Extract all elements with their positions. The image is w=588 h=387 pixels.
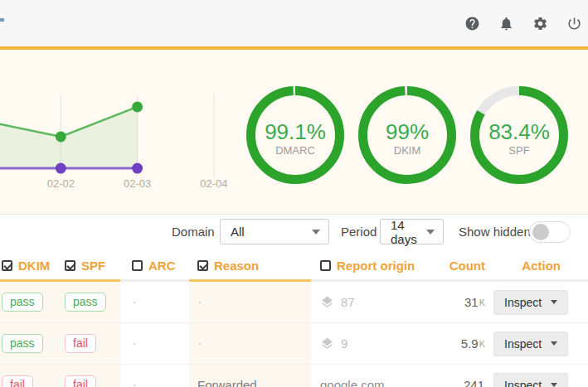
dkim-checkbox[interactable] (2, 260, 12, 271)
count-cell: 5.9 K (430, 323, 493, 364)
column-header-dkim: DKIM (0, 249, 60, 282)
table-row: fail fail · Forwarded google.com 241 Ins… (0, 365, 588, 387)
donut-value: 83.4% (488, 119, 550, 144)
top-bar (0, 0, 588, 46)
layers-icon (320, 295, 334, 309)
toggle-knob (532, 224, 549, 240)
power-icon[interactable] (566, 16, 582, 31)
count-cell: 241 (430, 365, 493, 387)
reason-value: Forwarded (197, 378, 257, 387)
empty-placeholder: · (132, 335, 137, 352)
domain-select[interactable]: All (220, 219, 329, 244)
column-header-action: Action (493, 249, 588, 282)
svg-text:02-02: 02-02 (47, 177, 75, 190)
arc-checkbox[interactable] (132, 260, 143, 271)
period-select[interactable]: 14 days (380, 219, 444, 244)
donut-label: DKIM (394, 144, 421, 157)
action-cell: Inspect (493, 365, 588, 387)
reason-cell: · (189, 323, 311, 364)
inspect-button-label: Inspect (504, 337, 542, 351)
period-label: Period (341, 215, 377, 249)
column-label: Action (522, 259, 561, 273)
donut-label: DMARC (275, 144, 315, 157)
report-origin-checkbox[interactable] (320, 260, 331, 271)
column-label: ARC (148, 259, 176, 273)
donut-dmarc: 99.1% DMARC (246, 86, 344, 184)
logo-fragment (0, 18, 4, 22)
column-header-arc: ARC (120, 249, 189, 282)
spf-status-badge: fail (65, 334, 96, 353)
column-header-reason: Reason (189, 249, 311, 282)
summary-section: 02-0202-0302-04 99.1% DMARC 99% DKIM 83.… (0, 50, 588, 214)
donut-value: 99% (386, 119, 429, 144)
reason-cell: · (189, 282, 311, 322)
report-origin-cell: 87 (311, 282, 430, 322)
count-value: 31 (464, 295, 479, 309)
column-label: SPF (81, 259, 105, 273)
chevron-down-icon (551, 341, 557, 346)
donut-dkim: 99% DKIM (358, 86, 456, 184)
table-header: DKIM SPF ARC Reason Report origin Count … (0, 249, 588, 282)
chevron-down-icon (426, 230, 435, 235)
dmarc-dashboard: 02-0202-0302-04 99.1% DMARC 99% DKIM 83.… (0, 0, 588, 387)
spf-status-badge: pass (65, 293, 106, 312)
reason-value: · (197, 293, 202, 311)
table-row: pass pass · · 87 31 K Inspect (0, 282, 588, 323)
notifications-icon[interactable] (498, 16, 514, 31)
chevron-down-icon (312, 230, 320, 235)
column-label: Report origin (337, 259, 415, 273)
dkim-status-badge: fail (2, 375, 33, 387)
column-header-report-origin: Report origin (311, 249, 430, 282)
table-row: pass fail · · 9 5.9 K Inspect (0, 323, 588, 365)
count-cell: 31 K (430, 282, 493, 322)
origin-domain: google.com (320, 378, 385, 387)
count-suffix: K (479, 339, 485, 349)
spf-cell: fail (60, 365, 120, 387)
donut-spf: 83.4% SPF (470, 86, 568, 184)
column-label: DKIM (18, 259, 50, 273)
reason-value: · (197, 335, 202, 352)
table-body: pass pass · · 87 31 K Inspect (0, 282, 588, 387)
column-label: Reason (214, 259, 259, 273)
count-value: 241 (464, 378, 484, 387)
filter-bar: Domain All Period 14 days Show hidden (0, 214, 588, 249)
spf-cell: fail (60, 323, 120, 364)
trend-chart: 02-0202-0302-04 (0, 50, 241, 214)
dkim-status-badge: pass (2, 293, 43, 312)
donut-group: 99.1% DMARC 99% DKIM 83.4% SPF (246, 86, 568, 184)
spf-checkbox[interactable] (65, 260, 75, 271)
spf-cell: pass (60, 282, 120, 322)
origin-count: 9 (341, 336, 347, 351)
show-hidden-toggle[interactable] (529, 221, 571, 243)
empty-placeholder: · (132, 293, 137, 311)
action-cell: Inspect (493, 323, 588, 364)
help-icon[interactable] (464, 16, 480, 31)
dkim-cell: pass (0, 323, 60, 364)
dkim-cell: fail (0, 365, 60, 387)
settings-icon[interactable] (532, 16, 548, 31)
chevron-down-icon (551, 383, 557, 387)
report-origin-cell: google.com (311, 365, 430, 387)
svg-text:02-03: 02-03 (124, 177, 151, 190)
reason-checkbox[interactable] (197, 260, 208, 271)
column-header-spf: SPF (60, 249, 120, 282)
inspect-button[interactable]: Inspect (493, 331, 568, 356)
inspect-button-label: Inspect (504, 296, 542, 309)
svg-text:02-04: 02-04 (200, 177, 227, 190)
inspect-button[interactable]: Inspect (493, 290, 568, 315)
arc-cell: · (120, 365, 189, 387)
spf-status-badge: fail (65, 375, 96, 387)
arc-cell: · (120, 323, 189, 364)
count-suffix: K (479, 298, 485, 307)
dkim-status-badge: pass (2, 334, 43, 353)
donut-label: SPF (508, 144, 529, 157)
show-hidden-label: Show hidden (459, 215, 531, 249)
reason-cell: Forwarded (189, 365, 311, 387)
report-origin-cell: 9 (311, 323, 430, 364)
period-select-value: 14 days (391, 218, 426, 246)
action-cell: Inspect (493, 282, 588, 322)
column-label: Count (450, 259, 485, 273)
chevron-down-icon (551, 300, 557, 304)
inspect-button[interactable]: Inspect (493, 373, 568, 387)
count-value: 5.9 (461, 336, 479, 351)
